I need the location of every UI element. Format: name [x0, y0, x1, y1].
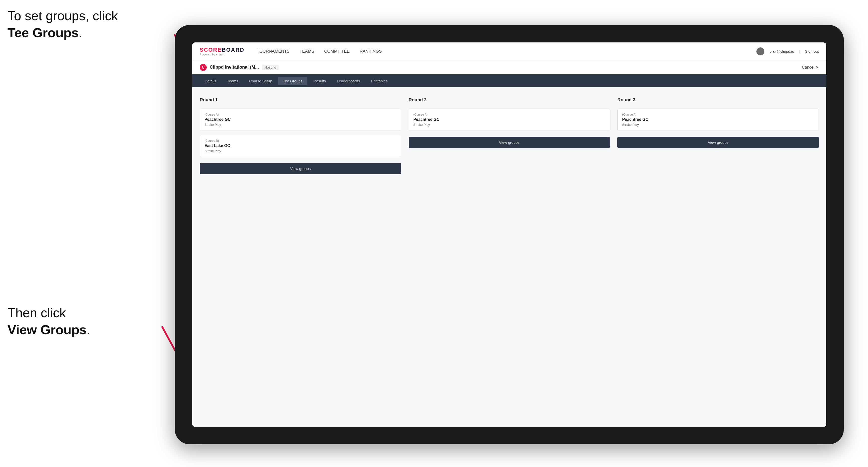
- nav-committee[interactable]: COMMITTEE: [324, 48, 349, 55]
- round-1-column: Round 1 (Course A) Peachtree GC Stroke P…: [200, 97, 401, 174]
- round-1-course-b-card: (Course B) East Lake GC Stroke Play: [200, 135, 401, 157]
- rounds-grid: Round 1 (Course A) Peachtree GC Stroke P…: [200, 97, 819, 174]
- tournament-header: C Clippd Invitational (M... Hosting Canc…: [192, 60, 826, 74]
- user-avatar: [756, 48, 765, 55]
- tab-course-setup[interactable]: Course Setup: [244, 77, 277, 85]
- round-3-course-a-card: (Course A) Peachtree GC Stroke Play: [617, 108, 819, 131]
- round-3-title: Round 3: [617, 97, 819, 102]
- round-2-course-a-format: Stroke Play: [413, 123, 606, 127]
- round-2-course-a-card: (Course A) Peachtree GC Stroke Play: [409, 108, 610, 131]
- tournament-c-icon: C: [200, 64, 207, 71]
- round-2-course-a-name: Peachtree GC: [413, 117, 606, 122]
- round-1-course-b-format: Stroke Play: [205, 149, 396, 153]
- tablet-frame: SCOREBOARD Powered by clippit TOURNAMENT…: [175, 25, 844, 444]
- hosting-badge: Hosting: [262, 65, 279, 70]
- nav-links: TOURNAMENTS TEAMS COMMITTEE RANKINGS: [257, 48, 757, 55]
- round-1-view-groups-button[interactable]: View groups: [200, 163, 401, 174]
- tab-leaderboards[interactable]: Leaderboards: [332, 77, 365, 85]
- round-3-course-a-name: Peachtree GC: [622, 117, 814, 122]
- instruction-bottom-period: .: [87, 322, 90, 337]
- tournament-name: Clippd Invitational (M...: [210, 65, 259, 70]
- instruction-bottom: Then click View Groups.: [7, 305, 90, 338]
- sign-out-link[interactable]: Sign out: [805, 49, 819, 54]
- nav-separator: |: [799, 49, 800, 54]
- cancel-x-icon: ✕: [815, 65, 819, 70]
- nav-tournaments[interactable]: TOURNAMENTS: [257, 48, 289, 55]
- nav-teams[interactable]: TEAMS: [300, 48, 314, 55]
- instruction-bottom-bold: View Groups: [7, 322, 87, 337]
- round-3-course-a-label: (Course A): [622, 113, 814, 116]
- tab-bar: Details Teams Course Setup Tee Groups Re…: [192, 74, 826, 87]
- instruction-top-period: .: [79, 26, 82, 40]
- round-2-column: Round 2 (Course A) Peachtree GC Stroke P…: [409, 97, 610, 174]
- round-2-view-groups-button[interactable]: View groups: [409, 137, 610, 148]
- tab-results[interactable]: Results: [308, 77, 331, 85]
- round-1-course-a-card: (Course A) Peachtree GC Stroke Play: [200, 108, 401, 131]
- nav-rankings[interactable]: RANKINGS: [360, 48, 382, 55]
- instruction-top-line1: To set groups, click: [7, 8, 118, 23]
- tab-printables[interactable]: Printables: [366, 77, 393, 85]
- instruction-bottom-line1: Then click: [7, 306, 66, 320]
- instruction-top-bold: Tee Groups: [7, 26, 79, 40]
- round-1-course-a-name: Peachtree GC: [205, 117, 396, 122]
- tab-details[interactable]: Details: [200, 77, 221, 85]
- tablet-screen: SCOREBOARD Powered by clippit TOURNAMENT…: [192, 42, 826, 427]
- tab-tee-groups[interactable]: Tee Groups: [278, 77, 308, 85]
- tab-teams[interactable]: Teams: [222, 77, 243, 85]
- round-2-title: Round 2: [409, 97, 610, 102]
- top-nav: SCOREBOARD Powered by clippit TOURNAMENT…: [192, 42, 826, 60]
- round-3-column: Round 3 (Course A) Peachtree GC Stroke P…: [617, 97, 819, 174]
- logo-sub: Powered by clippit: [200, 53, 244, 56]
- round-1-title: Round 1: [200, 97, 401, 102]
- logo-text: SCOREBOARD: [200, 47, 244, 53]
- main-content: Round 1 (Course A) Peachtree GC Stroke P…: [192, 87, 826, 427]
- round-3-view-groups-button[interactable]: View groups: [617, 137, 819, 148]
- logo-area: SCOREBOARD Powered by clippit: [200, 47, 244, 56]
- tournament-title-area: C Clippd Invitational (M... Hosting: [200, 64, 279, 71]
- nav-right: blair@clippd.io | Sign out: [756, 48, 819, 55]
- round-1-course-b-label: (Course B): [205, 139, 396, 143]
- round-1-course-a-format: Stroke Play: [205, 123, 396, 127]
- cancel-button[interactable]: Cancel ✕: [802, 65, 819, 70]
- round-1-course-b-name: East Lake GC: [205, 144, 396, 148]
- user-email: blair@clippd.io: [769, 49, 794, 54]
- round-3-course-a-format: Stroke Play: [622, 123, 814, 127]
- round-2-course-a-label: (Course A): [413, 113, 606, 116]
- round-1-course-a-label: (Course A): [205, 113, 396, 116]
